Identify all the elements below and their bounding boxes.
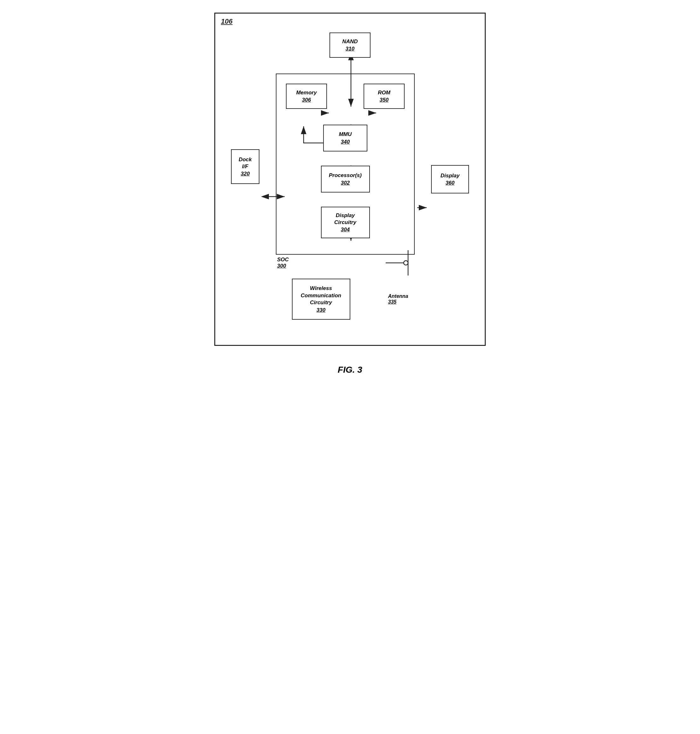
outer-box-label: 106 xyxy=(221,18,232,25)
nand-label: NAND xyxy=(342,38,357,45)
rom-box: ROM 350 xyxy=(363,84,404,109)
rom-label: ROM xyxy=(378,89,390,96)
mem-rom-row: Memory 306 ROM 350 xyxy=(286,84,404,109)
mmu-label: MMU xyxy=(339,131,352,138)
dock-num: 320 xyxy=(241,171,250,177)
display-circuitry-num: 304 xyxy=(341,227,350,233)
diagram-area: NAND 310 Dock I/F 320 xyxy=(231,26,469,329)
soc-box: Memory 306 ROM 350 MMU xyxy=(276,74,415,254)
soc-wrapper-row: Dock I/F 320 Memory 306 xyxy=(231,74,469,269)
outer-box: 106 xyxy=(214,13,486,346)
processor-box: Processor(s) 302 xyxy=(321,166,370,193)
figure-caption: FIG. 3 xyxy=(338,365,362,375)
dock-column: Dock I/F 320 xyxy=(231,149,259,184)
antenna-num: 335 xyxy=(388,299,397,305)
wireless-num: 330 xyxy=(316,307,325,313)
memory-box: Memory 306 xyxy=(286,84,327,109)
wireless-row: Wireless Communication Circuitry 330 Ant… xyxy=(231,279,469,320)
soc-num: 300 xyxy=(277,263,286,269)
dock-box: Dock I/F 320 xyxy=(231,149,259,184)
memory-label: Memory xyxy=(296,89,316,96)
display-label: Display xyxy=(441,172,459,179)
page-container: 106 xyxy=(208,13,492,375)
rom-num: 350 xyxy=(380,97,388,103)
processor-num: 302 xyxy=(341,180,350,186)
nand-box: NAND 310 xyxy=(329,32,371,58)
soc-center-column: Memory 306 ROM 350 MMU xyxy=(276,74,415,269)
processor-label: Processor(s) xyxy=(329,172,362,179)
display-num: 360 xyxy=(446,180,454,186)
display-box: Display 360 xyxy=(431,165,469,193)
dock-label: Dock I/F xyxy=(238,156,252,170)
soc-label-area: SOC 300 xyxy=(277,257,289,269)
soc-name: SOC xyxy=(277,257,289,263)
nand-row: NAND 310 xyxy=(329,32,371,58)
nand-num: 310 xyxy=(346,46,354,52)
wireless-box: Wireless Communication Circuitry 330 xyxy=(292,279,350,320)
display-circuitry-box: Display Circuitry 304 xyxy=(321,207,370,238)
display-column: Display 360 xyxy=(431,165,469,193)
memory-num: 306 xyxy=(302,97,311,103)
wireless-label: Wireless Communication Circuitry xyxy=(301,285,341,307)
mmu-box: MMU 340 xyxy=(323,125,368,152)
mmu-num: 340 xyxy=(341,139,350,145)
display-circuitry-label: Display Circuitry xyxy=(334,212,356,226)
antenna-area: Antenna 335 xyxy=(388,293,408,305)
antenna-label: Antenna xyxy=(388,293,408,299)
